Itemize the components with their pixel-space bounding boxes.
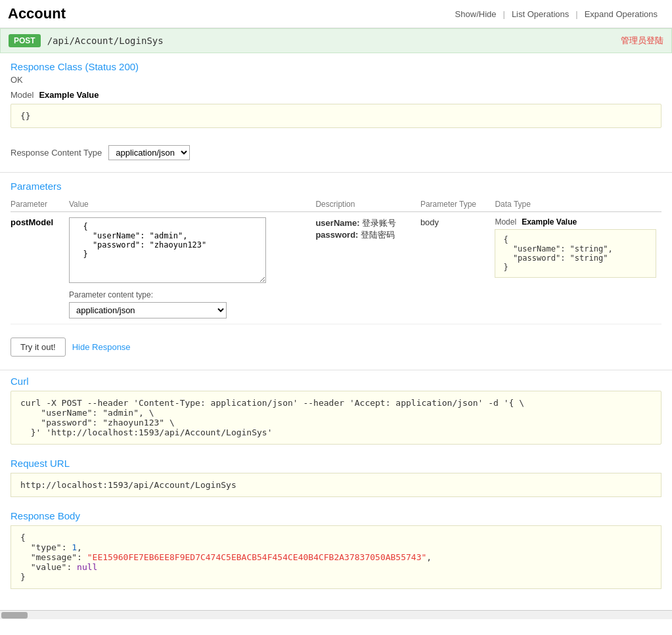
data-type-tabs: Model Example Value bbox=[495, 217, 656, 227]
response-status-text: OK bbox=[11, 75, 661, 85]
main-content: POST /api/Account/LoginSys 管理员登陆 Respons… bbox=[0, 28, 672, 610]
endpoint-path: /api/Account/LoginSys bbox=[47, 35, 164, 46]
curl-title: Curl bbox=[11, 376, 661, 387]
try-it-out-button[interactable]: Try it out! bbox=[11, 338, 66, 357]
expand-operations-link[interactable]: Expand Operations bbox=[578, 9, 664, 19]
params-table: Parameter Value Description Parameter Ty… bbox=[11, 197, 661, 324]
hide-response-link[interactable]: Hide Response bbox=[72, 342, 131, 352]
param-type-value: body bbox=[420, 217, 439, 227]
bottom-scrollbar[interactable] bbox=[0, 610, 672, 619]
action-row: Try it out! Hide Response bbox=[0, 338, 672, 364]
table-row: postModel { "userName": "admin", "passwo… bbox=[11, 212, 661, 324]
param-type-header-text: Parameter Type bbox=[420, 200, 476, 209]
json-message-key: "message" bbox=[31, 552, 77, 562]
col-data-type: Data Type bbox=[495, 197, 661, 212]
username-label: userName: bbox=[315, 218, 359, 228]
show-hide-link[interactable]: Show/Hide bbox=[449, 9, 503, 19]
response-model-tabs: Model Example Value bbox=[11, 90, 661, 100]
json-type-key: "type" bbox=[31, 542, 62, 552]
data-type-box: { "userName": "string", "password": "str… bbox=[495, 229, 656, 278]
endpoint-link[interactable]: 管理员登陆 bbox=[621, 35, 663, 47]
top-header: Account Show/Hide | List Operations | Ex… bbox=[0, 0, 672, 28]
content-type-row: Response Content Type application/json bbox=[11, 145, 661, 160]
method-badge: POST bbox=[9, 34, 41, 47]
parameters-section: Parameters Parameter Value Description P… bbox=[0, 173, 672, 332]
request-url-section: Request URL http://localhost:1593/api/Ac… bbox=[0, 452, 672, 505]
parameters-title: Parameters bbox=[11, 181, 661, 192]
param-content-type-select[interactable]: application/json bbox=[69, 302, 227, 318]
data-model-tab[interactable]: Model bbox=[495, 217, 516, 227]
curl-command: curl -X POST --header 'Content-Type: app… bbox=[11, 391, 661, 445]
page-title: Account bbox=[8, 5, 66, 22]
json-value-null: null bbox=[77, 562, 97, 572]
response-body-section: Response Body { "type": 1, "message": "E… bbox=[0, 505, 672, 597]
password-desc: 登陆密码 bbox=[361, 230, 395, 240]
request-url-title: Request URL bbox=[11, 458, 661, 469]
username-desc: 登录账号 bbox=[362, 218, 396, 228]
data-example-tab[interactable]: Example Value bbox=[522, 217, 577, 227]
param-value-textarea[interactable]: { "userName": "admin", "password": "zhao… bbox=[69, 217, 266, 283]
example-value-tab[interactable]: Example Value bbox=[39, 90, 99, 100]
response-class-title: Response Class (Status 200) bbox=[11, 61, 661, 72]
curl-section: Curl curl -X POST --header 'Content-Type… bbox=[0, 370, 672, 452]
response-body-title: Response Body bbox=[11, 510, 661, 521]
json-type-value: 1 bbox=[72, 542, 77, 552]
col-description: Description bbox=[315, 197, 420, 212]
response-class-section: Response Class (Status 200) OK Model Exa… bbox=[0, 53, 672, 136]
col-parameter: Parameter bbox=[11, 197, 69, 212]
endpoint-bar: POST /api/Account/LoginSys 管理员登陆 bbox=[0, 28, 672, 53]
content-type-section: Response Content Type application/json bbox=[0, 136, 672, 172]
password-label: password: bbox=[315, 230, 358, 240]
param-name: postModel bbox=[11, 217, 53, 227]
request-url-box: http://localhost:1593/api/Account/LoginS… bbox=[11, 473, 661, 497]
model-tab[interactable]: Model bbox=[11, 90, 34, 100]
json-message-value: "EE15960FE7EB6EE8F9ED7C474C5EBACB54F454C… bbox=[87, 552, 427, 562]
col-param-type: Parameter Type bbox=[420, 197, 495, 212]
col-value: Value bbox=[69, 197, 315, 212]
content-type-select[interactable]: application/json bbox=[108, 145, 190, 160]
param-description: userName: 登录账号 password: 登陆密码 bbox=[315, 217, 414, 241]
top-nav: Show/Hide | List Operations | Expand Ope… bbox=[449, 9, 664, 19]
param-content-type-label: Parameter content type: bbox=[69, 290, 310, 299]
list-operations-link[interactable]: List Operations bbox=[505, 9, 575, 19]
content-type-label: Response Content Type bbox=[11, 148, 102, 158]
json-value-key: "value" bbox=[31, 562, 67, 572]
response-body-box: { "type": 1, "message": "EE15960FE7EB6EE… bbox=[11, 525, 661, 589]
response-class-example: {} bbox=[11, 104, 661, 128]
scroll-thumb[interactable] bbox=[1, 612, 28, 619]
